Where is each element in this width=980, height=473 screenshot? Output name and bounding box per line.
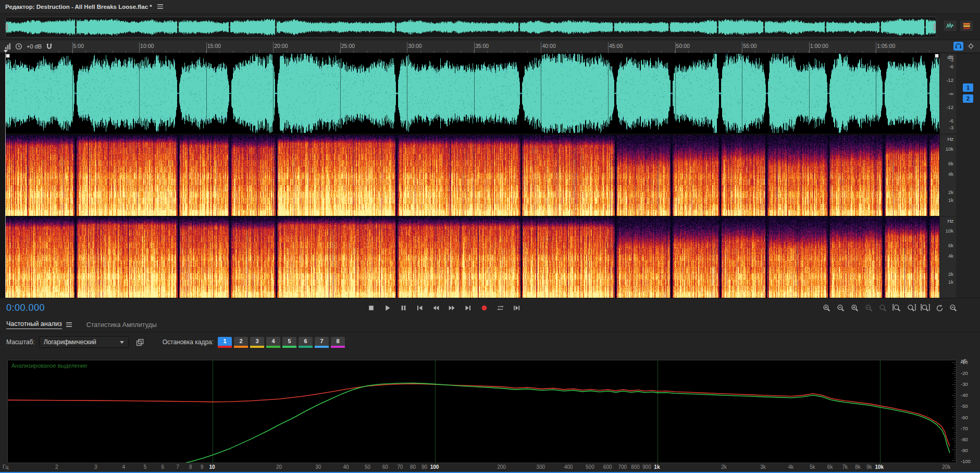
rewind-button[interactable]	[428, 301, 443, 314]
meters-icon[interactable]	[5, 43, 11, 50]
panel-menu-icon[interactable]	[66, 322, 72, 327]
magnet-icon[interactable]	[46, 43, 53, 50]
waveform-view-button[interactable]	[943, 20, 957, 32]
frequency-axis-label: 700	[618, 464, 627, 470]
frame-hold-number: 3	[250, 337, 264, 346]
reset-zoom-button[interactable]	[933, 302, 946, 314]
zoom-out-point-button[interactable]	[904, 302, 918, 314]
marker-icon	[967, 43, 974, 50]
frame-hold-number: 4	[266, 337, 280, 346]
gain-value[interactable]: +0 dB	[27, 43, 42, 50]
zoom-out-button[interactable]	[834, 302, 848, 314]
frame-hold-number: 7	[315, 337, 329, 346]
db-axis-label: -70	[961, 425, 968, 431]
zoom-in-button[interactable]	[820, 302, 834, 314]
pause-icon	[400, 304, 407, 312]
frequency-axis-label: 10k	[875, 464, 884, 470]
fade-in-handle[interactable]	[6, 54, 10, 58]
frame-hold-color	[315, 346, 329, 348]
ruler-label: 10:00	[140, 43, 154, 49]
frequency-axis-label: 20	[276, 464, 282, 470]
transport-buttons	[364, 301, 524, 314]
spectrogram-channel-1[interactable]	[5, 135, 939, 216]
frequency-analysis-graph[interactable]	[7, 360, 957, 463]
skip-selection-icon	[513, 304, 520, 312]
marker-button[interactable]	[966, 42, 976, 51]
frame-hold-button-4[interactable]: 4	[266, 337, 280, 348]
db-axis-label: -50	[961, 403, 968, 409]
main-waveform[interactable]	[5, 53, 939, 134]
frequency-axis-label: 8k	[855, 464, 861, 470]
transport-bar: 0:00.000	[0, 298, 980, 318]
channel-1-button[interactable]: 1	[963, 83, 973, 92]
scale-tick: -∞	[948, 91, 953, 96]
skip-to-start-button[interactable]	[412, 301, 427, 314]
frequency-axis-label: 7k	[842, 464, 848, 470]
view-toggles	[943, 20, 974, 32]
stop-button[interactable]	[364, 301, 379, 314]
time-display[interactable]: 0:00.000	[6, 302, 45, 313]
frame-hold-button-2[interactable]: 2	[234, 337, 248, 348]
tab-amplitude-statistics[interactable]: Статистика Амплитуды	[86, 321, 157, 329]
ruler-left-tools: +0 dB	[0, 40, 57, 53]
frame-hold-button-6[interactable]: 6	[299, 337, 313, 348]
frame-hold-button-7[interactable]: 7	[315, 337, 329, 348]
loop-button[interactable]	[493, 301, 508, 314]
frequency-axis-label: 500	[586, 464, 594, 470]
zoom-in-amplitude-button[interactable]	[848, 302, 862, 314]
amplitude-scale: dB -3-6-12-∞-12-6-3	[939, 53, 956, 134]
panel-menu-icon[interactable]	[157, 4, 163, 9]
snapshot-icon	[136, 338, 144, 346]
record-button[interactable]	[477, 301, 492, 314]
skip-selection-button[interactable]	[509, 301, 524, 314]
spectral-view-button[interactable]	[960, 20, 974, 32]
zoom-selection-full-button[interactable]	[919, 302, 932, 314]
frame-hold-button-1[interactable]: 1	[218, 337, 232, 348]
zoom-selection-button[interactable]	[876, 302, 890, 314]
scale-tick: -6	[949, 64, 953, 69]
stop-icon	[367, 304, 375, 312]
frame-hold-button-8[interactable]: 8	[331, 337, 345, 348]
editor-title: Редактор: Destruction - All Hell Breaks …	[5, 4, 152, 10]
play-icon	[383, 304, 391, 312]
spectral-view-icon	[963, 22, 971, 30]
ruler-right-tools	[953, 42, 976, 51]
frequency-axis-label: 100	[430, 464, 439, 470]
overview-waveform[interactable]	[5, 17, 936, 38]
ruler-label: 20:00	[274, 43, 288, 49]
fade-out-handle[interactable]	[935, 54, 939, 58]
db-axis-label: -100	[961, 458, 971, 464]
tab-frequency-analysis[interactable]: Частотный анализ	[6, 320, 72, 329]
pause-button[interactable]	[396, 301, 411, 314]
playhead[interactable]	[5, 53, 6, 298]
frequency-scale-header: Hz	[947, 136, 953, 142]
scale-select-value: Логарифмический	[44, 338, 96, 346]
monitor-button[interactable]	[953, 42, 963, 51]
loop-icon	[497, 304, 504, 312]
fast-forward-button[interactable]	[444, 301, 460, 314]
spectrogram-channel-2[interactable]	[5, 217, 939, 298]
snapshot-button[interactable]	[136, 338, 144, 346]
frame-hold-color	[218, 346, 232, 348]
scale-tick: 6k	[948, 242, 953, 248]
ruler-label: 5:00	[73, 43, 84, 49]
db-axis-label: -10	[961, 359, 968, 365]
frame-hold-color	[250, 346, 264, 348]
ruler-label: 25:00	[341, 43, 355, 49]
frequency-axis-label: 400	[564, 464, 573, 470]
skip-to-end-button[interactable]	[461, 301, 476, 314]
zoom-in-point-button[interactable]	[890, 302, 904, 314]
zoom-out-amplitude-button[interactable]	[862, 302, 876, 314]
zoom-out-full-button[interactable]	[947, 302, 960, 314]
channel-2-button[interactable]: 2	[963, 94, 973, 103]
frequency-axis-label: 80	[410, 464, 416, 470]
play-button[interactable]	[380, 301, 395, 314]
analysis-overlay-label: Анализированое выделение	[11, 362, 88, 369]
frame-hold-button-3[interactable]: 3	[250, 337, 264, 348]
ruler-label: 50:00	[676, 43, 690, 49]
scale-select[interactable]: Логарифмический	[39, 336, 129, 348]
db-axis: дБ -10-20-30-40-50-60-70-80-90-100	[959, 360, 979, 463]
frame-hold-button-5[interactable]: 5	[282, 337, 296, 348]
clock-icon[interactable]	[15, 43, 22, 50]
playhead-handle[interactable]	[4, 50, 8, 53]
